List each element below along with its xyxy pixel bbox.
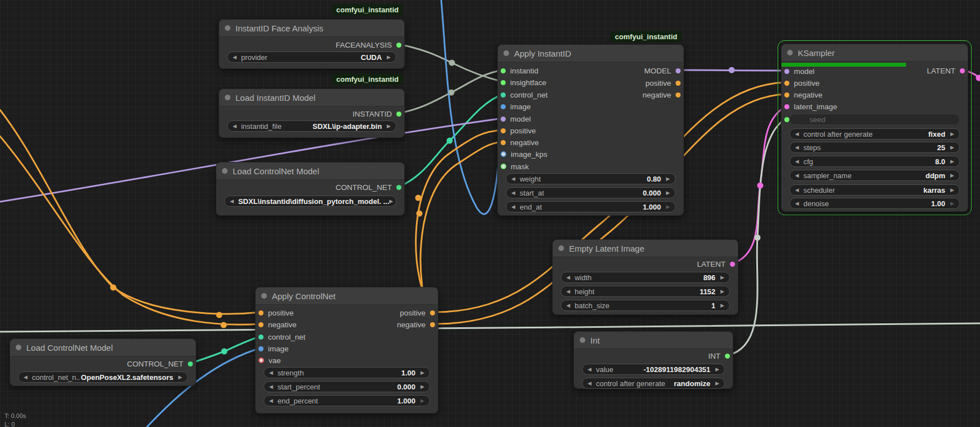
- input-slot-mask[interactable]: mask: [501, 162, 529, 171]
- widget-left-arrow-icon[interactable]: ◀: [269, 367, 273, 378]
- node-ksampler[interactable]: KSamplermodelpositivenegativelatent_imag…: [781, 44, 968, 212]
- node-load-controlnet-model-top[interactable]: Load ControlNet ModelCONTROL_NET◀SDXL\in…: [216, 162, 405, 216]
- widget-start-percent[interactable]: ◀start_percent0.000▶: [264, 381, 430, 392]
- widget-value[interactable]: ◀value-1028911982904351▶: [582, 364, 725, 375]
- widget-left-arrow-icon[interactable]: ◀: [795, 156, 799, 167]
- reroute-dot[interactable]: [216, 312, 223, 318]
- node-load-instantid-model[interactable]: Load InstantID ModelINSTANTID◀instantid_…: [219, 89, 405, 138]
- widget-right-arrow-icon[interactable]: ▶: [950, 142, 954, 153]
- slot-dot[interactable]: [784, 69, 789, 74]
- slot-dot[interactable]: [430, 310, 435, 315]
- widget-sampler-name[interactable]: ◀sampler_nameddpm▶: [789, 170, 960, 181]
- reroute-dot[interactable]: [729, 67, 735, 73]
- input-slot-insightface[interactable]: insightface: [501, 78, 547, 87]
- node-int[interactable]: IntINT◀value-1028911982904351▶◀control a…: [574, 331, 733, 389]
- node-titlebar[interactable]: Apply InstantID: [498, 45, 683, 62]
- collapse-dot[interactable]: [503, 50, 509, 56]
- node-empty-latent-image[interactable]: Empty Latent ImageLATENT◀width896▶◀heigh…: [552, 239, 738, 315]
- widget-weight[interactable]: ◀weight0.80▶: [506, 173, 676, 184]
- widget-control-after-generate[interactable]: ◀control after generatefixed▶: [789, 128, 960, 140]
- input-slot-model[interactable]: model: [501, 114, 531, 123]
- widget-right-arrow-icon[interactable]: ▶: [387, 120, 391, 132]
- reroute-dot[interactable]: [415, 195, 422, 201]
- widget-right-arrow-icon[interactable]: ▶: [178, 372, 182, 383]
- widget-control-after-generate[interactable]: ◀control after generaterandomize▶: [582, 378, 725, 389]
- input-slot-positive[interactable]: positive: [784, 78, 820, 87]
- node-titlebar[interactable]: Load ControlNet Model: [216, 163, 404, 180]
- input-slot-control_net[interactable]: control_net: [501, 90, 548, 99]
- widget-right-arrow-icon[interactable]: ▶: [950, 128, 954, 140]
- widget-right-arrow-icon[interactable]: ▶: [950, 156, 954, 167]
- reroute-dot[interactable]: [976, 75, 980, 81]
- reroute-dot[interactable]: [110, 285, 117, 291]
- node-titlebar[interactable]: InstantID Face Analysis: [219, 20, 404, 37]
- widget-left-arrow-icon[interactable]: ◀: [795, 184, 799, 196]
- widget-right-arrow-icon[interactable]: ▶: [666, 187, 670, 198]
- widget-right-arrow-icon[interactable]: ▶: [715, 364, 719, 375]
- collapse-dot[interactable]: [225, 95, 230, 100]
- slot-dot[interactable]: [258, 335, 264, 340]
- slot-dot[interactable]: [784, 117, 789, 122]
- widget-right-arrow-icon[interactable]: ▶: [950, 184, 954, 196]
- widget-right-arrow-icon[interactable]: ▶: [389, 196, 393, 207]
- input-slot-negative[interactable]: negative: [784, 90, 822, 99]
- slot-dot[interactable]: [676, 92, 681, 98]
- widget-end-percent[interactable]: ◀end_percent1.000▶: [264, 395, 430, 406]
- slot-dot[interactable]: [396, 185, 401, 190]
- node-apply-controlnet[interactable]: Apply ControlNetpositivenegativecontrol_…: [255, 287, 438, 414]
- widget-right-arrow-icon[interactable]: ▶: [387, 52, 391, 63]
- input-slot-image[interactable]: image: [258, 344, 289, 353]
- slot-dot[interactable]: [258, 310, 264, 315]
- widget-right-arrow-icon[interactable]: ▶: [715, 378, 719, 389]
- node-titlebar[interactable]: Load ControlNet Model: [10, 339, 196, 356]
- node-titlebar[interactable]: Int: [574, 332, 733, 349]
- widget-right-arrow-icon[interactable]: ▶: [666, 201, 670, 212]
- slot-dot[interactable]: [725, 354, 730, 359]
- input-slot-positive[interactable]: positive: [258, 308, 294, 317]
- widget-denoise[interactable]: ◀denoise1.00▶: [789, 198, 960, 209]
- widget-left-arrow-icon[interactable]: ◀: [230, 196, 234, 207]
- slot-dot[interactable]: [501, 151, 506, 157]
- output-slot-model[interactable]: MODEL: [644, 66, 681, 75]
- output-slot-faceanalysis[interactable]: FACEANALYSIS: [336, 40, 401, 49]
- widget-strength[interactable]: ◀strength1.00▶: [264, 367, 430, 378]
- widget-steps[interactable]: ◀steps25▶: [789, 142, 960, 153]
- widget-scheduler[interactable]: ◀schedulerkarras▶: [789, 184, 960, 196]
- widget-right-arrow-icon[interactable]: ▶: [720, 286, 724, 297]
- node-titlebar[interactable]: Empty Latent Image: [553, 240, 738, 257]
- node-titlebar[interactable]: KSampler: [782, 44, 968, 62]
- widget-left-arrow-icon[interactable]: ◀: [511, 187, 515, 198]
- input-slot-control_net[interactable]: control_net: [258, 332, 306, 341]
- widget-left-arrow-icon[interactable]: ◀: [588, 378, 591, 389]
- node-titlebar[interactable]: Apply ControlNet: [256, 287, 438, 305]
- output-slot-latent[interactable]: LATENT: [697, 259, 735, 268]
- input-slot-negative[interactable]: negative: [258, 320, 297, 329]
- reroute-dot[interactable]: [755, 235, 761, 241]
- widget-left-arrow-icon[interactable]: ◀: [233, 52, 237, 63]
- slot-dot[interactable]: [676, 68, 681, 73]
- input-slot-model[interactable]: model: [784, 67, 815, 76]
- slot-dot[interactable]: [784, 92, 789, 98]
- slot-dot[interactable]: [784, 81, 789, 86]
- output-slot-positive[interactable]: positive: [400, 308, 435, 317]
- widget-left-arrow-icon[interactable]: ◀: [233, 120, 237, 132]
- widget-batch-size[interactable]: ◀batch_size1▶: [561, 300, 730, 311]
- widget-left-arrow-icon[interactable]: ◀: [566, 300, 570, 311]
- slot-dot[interactable]: [676, 81, 681, 86]
- output-slot-positive[interactable]: positive: [645, 78, 681, 87]
- output-slot-latent[interactable]: LATENT: [927, 66, 965, 75]
- input-slot-image_kps[interactable]: image_kps: [501, 150, 547, 159]
- collapse-dot[interactable]: [580, 337, 585, 343]
- widget-right-arrow-icon[interactable]: ▶: [720, 300, 724, 311]
- widget-right-arrow-icon[interactable]: ▶: [950, 198, 954, 209]
- widget-height[interactable]: ◀height1152▶: [561, 286, 730, 297]
- node-titlebar[interactable]: Load InstantID Model: [219, 89, 404, 106]
- widget-width[interactable]: ◀width896▶: [561, 272, 730, 283]
- reroute-dot[interactable]: [757, 183, 764, 189]
- node-instantid-face-analysis[interactable]: InstantID Face AnalysisFACEANALYSIS◀prov…: [219, 19, 405, 69]
- reroute-dot[interactable]: [449, 90, 455, 96]
- input-slot-negative[interactable]: negative: [501, 138, 539, 147]
- widget-left-arrow-icon[interactable]: ◀: [795, 170, 799, 181]
- widget-left-arrow-icon[interactable]: ◀: [566, 272, 570, 283]
- slot-dot[interactable]: [258, 358, 264, 363]
